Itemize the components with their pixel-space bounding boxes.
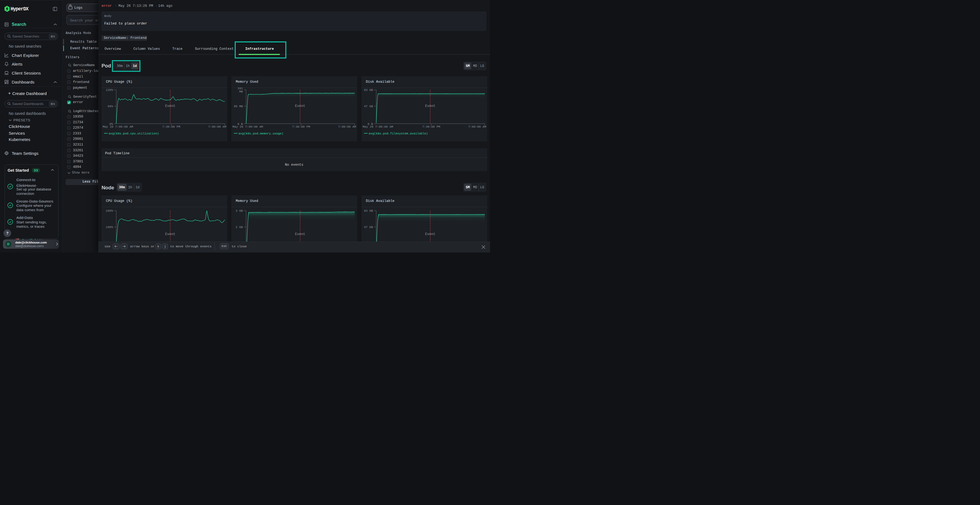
svg-text:avg(k8s.pod.cpu.utilization): avg(k8s.pod.cpu.utilization) [109, 132, 159, 135]
svg-text:Event: Event [295, 232, 305, 236]
svg-text:200%: 200% [106, 209, 113, 213]
svg-text:95 MB: 95 MB [234, 105, 243, 108]
svg-text:Event: Event [425, 104, 436, 108]
svg-text:7:00:00 AM: 7:00:00 AM [338, 125, 356, 129]
svg-text:May 26 7:00:00 AM: May 26 7:00:00 AM [232, 125, 263, 129]
svg-text:47 GB: 47 GB [364, 226, 373, 229]
svg-text:May 26 7:00:00 AM: May 26 7:00:00 AM [363, 125, 393, 129]
svg-text:Event: Event [425, 232, 436, 236]
svg-text:Event: Event [295, 104, 305, 108]
svg-text:7:30:00 PM: 7:30:00 PM [162, 125, 180, 129]
svg-text:Event: Event [165, 104, 176, 108]
svg-text:93 GB: 93 GB [364, 209, 373, 213]
svg-text:May 26 7:00:00 AM: May 26 7:00:00 AM [103, 125, 133, 129]
svg-text:MB: MB [239, 90, 243, 93]
svg-text:3 GB: 3 GB [236, 209, 243, 213]
svg-text:47 GB: 47 GB [364, 105, 373, 108]
svg-text:7:00:00 AM: 7:00:00 AM [468, 125, 486, 129]
svg-text:avg(k8s.pod.memory.usage): avg(k8s.pod.memory.usage) [239, 132, 283, 135]
svg-text:2 GB: 2 GB [236, 226, 243, 229]
svg-text:7:00:00 AM: 7:00:00 AM [208, 125, 226, 129]
svg-text:120%: 120% [106, 89, 113, 92]
svg-text:93 GB: 93 GB [364, 89, 373, 92]
svg-text:7:30:00 PM: 7:30:00 PM [422, 125, 440, 129]
svg-text:avg(k8s.pod.filesystem.availab: avg(k8s.pod.filesystem.available) [369, 132, 428, 135]
svg-text:7:30:00 PM: 7:30:00 PM [292, 125, 310, 129]
svg-text:Event: Event [165, 232, 176, 236]
svg-text:191: 191 [237, 87, 243, 90]
svg-text:60%: 60% [108, 105, 113, 108]
svg-text:100%: 100% [106, 226, 113, 229]
